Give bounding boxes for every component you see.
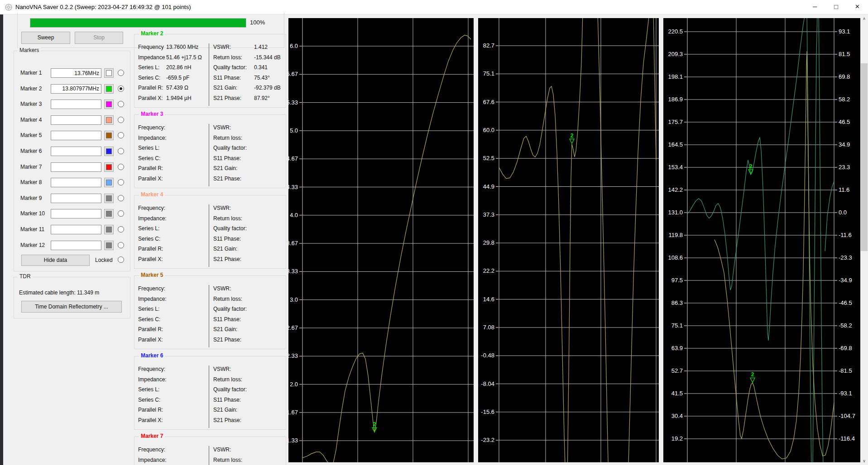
svg-text:22.2: 22.2 [483,267,494,274]
scrollbar-thumb[interactable] [861,63,868,251]
svg-text:11.6: 11.6 [839,186,849,193]
svg-text:-11.6: -11.6 [839,232,852,238]
svg-text:198.1: 198.1 [668,73,683,80]
svg-text:-69.8: -69.8 [839,345,852,351]
svg-text:2: 2 [751,371,754,378]
svg-text:34.9: 34.9 [839,141,850,148]
svg-text:81.5: 81.5 [839,51,850,57]
svg-text:69.8: 69.8 [839,73,850,80]
svg-text:29.8: 29.8 [483,239,494,246]
scrollbar-up-icon[interactable]: ∧ [860,15,868,23]
svg-text:5.0: 5.0 [290,127,298,134]
svg-text:30.4: 30.4 [671,413,683,419]
scrollbar-down-icon[interactable]: ∨ [860,457,868,465]
svg-text:164.5: 164.5 [668,141,683,148]
svg-text:97.5: 97.5 [671,277,683,284]
svg-text:-0.48: -0.48 [481,352,494,359]
charts-area[interactable]: 6.05.675.335.04.674.334.03.673.333.02.67… [0,0,868,465]
svg-text:153.4: 153.4 [668,164,683,171]
svg-text:-23.2: -23.2 [481,437,494,443]
svg-text:-93.1: -93.1 [839,390,852,397]
svg-text:-46.5: -46.5 [839,299,852,306]
svg-text:2.67: 2.67 [287,324,298,331]
svg-text:-23.3: -23.3 [839,254,852,261]
svg-text:7.08: 7.08 [483,324,494,331]
svg-text:209.3: 209.3 [668,51,683,57]
svg-text:-104.7: -104.7 [839,413,855,419]
svg-text:5.67: 5.67 [287,71,298,77]
svg-text:2: 2 [373,421,376,427]
svg-text:-34.9: -34.9 [839,277,852,284]
svg-text:0.0: 0.0 [839,209,847,216]
svg-text:44.9: 44.9 [483,183,494,190]
svg-text:4.67: 4.67 [287,155,298,162]
svg-text:3.0: 3.0 [290,296,298,303]
svg-text:19.2: 19.2 [671,435,683,442]
svg-text:4.33: 4.33 [287,184,298,190]
svg-text:-116.4: -116.4 [839,435,855,442]
svg-text:2.33: 2.33 [287,352,298,359]
svg-text:63.9: 63.9 [671,345,683,351]
svg-text:1.67: 1.67 [287,409,298,416]
svg-text:-15.6: -15.6 [481,408,494,415]
svg-text:186.9: 186.9 [668,96,683,103]
chart-divider-2 [659,15,663,465]
svg-text:37.3: 37.3 [483,211,494,218]
chart-divider-1 [474,15,478,465]
svg-text:75.1: 75.1 [671,322,683,329]
svg-text:108.6: 108.6 [668,254,683,261]
svg-text:-8.04: -8.04 [481,380,494,387]
charts-scrollbar[interactable]: ∧ ∨ [860,15,868,465]
svg-text:6.0: 6.0 [290,43,298,49]
svg-text:-58.2: -58.2 [839,322,852,329]
svg-text:2.0: 2.0 [290,381,298,388]
svg-text:93.1: 93.1 [839,28,850,35]
svg-text:-81.5: -81.5 [839,367,852,374]
svg-text:52.5: 52.5 [483,155,494,161]
svg-text:86.3: 86.3 [671,299,683,306]
svg-text:119.8: 119.8 [668,232,683,238]
svg-text:3.67: 3.67 [287,240,298,247]
svg-text:46.5: 46.5 [839,119,850,125]
svg-text:131.0: 131.0 [668,209,683,216]
svg-text:5.33: 5.33 [287,99,298,106]
svg-text:142.2: 142.2 [668,186,683,193]
svg-text:4.0: 4.0 [290,212,298,218]
svg-text:14.6: 14.6 [483,296,494,303]
svg-text:82.7: 82.7 [483,42,494,49]
svg-text:75.1: 75.1 [483,70,494,77]
svg-text:41.5: 41.5 [671,390,683,397]
svg-text:60.0: 60.0 [483,127,494,133]
svg-text:52.7: 52.7 [671,367,683,374]
svg-text:220.5: 220.5 [668,28,683,35]
svg-text:67.6: 67.6 [483,99,494,105]
svg-text:2: 2 [749,163,753,170]
svg-text:23.3: 23.3 [839,164,850,171]
charts-background [288,18,860,462]
svg-text:1.33: 1.33 [287,437,298,444]
svg-text:2: 2 [571,133,574,139]
svg-text:58.2: 58.2 [839,96,850,103]
svg-text:175.7: 175.7 [668,119,683,125]
svg-text:3.33: 3.33 [287,268,298,275]
